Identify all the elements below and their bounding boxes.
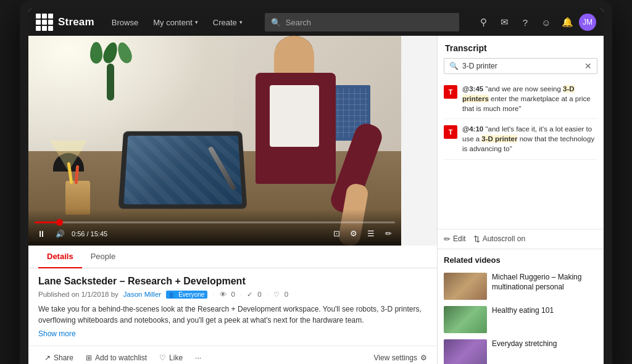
- topnav: Stream Browse My content ▾ Create ▾ 🔍: [28, 9, 604, 36]
- controls-row: ⏸ 🔊 0:56 / 15:45 ⊡ ⚙ ☰ ✏: [35, 227, 395, 241]
- feedback-icon[interactable]: ⚲: [474, 13, 493, 31]
- published-label: Published on 1/1/2018 by: [38, 291, 118, 298]
- video-meta: Published on 1/1/2018 by Jason Miller 👥 …: [38, 291, 427, 299]
- search-bar[interactable]: 🔍: [265, 13, 459, 31]
- progress-fill: [35, 221, 56, 223]
- like-icon: ♡: [159, 354, 166, 362]
- heart-count-icon: ♡: [273, 291, 280, 299]
- heart-count: 0: [285, 291, 288, 298]
- tab-details[interactable]: Details: [38, 246, 82, 268]
- audience-badge: 👥 Everyone: [166, 291, 207, 299]
- related-title-3: Everyday stretching: [492, 339, 597, 349]
- play-pause-button[interactable]: ⏸: [35, 227, 48, 241]
- video-player[interactable]: ⏸ 🔊 0:56 / 15:45 ⊡ ⚙ ☰ ✏: [28, 36, 401, 246]
- audience-icon: 👥: [169, 291, 177, 298]
- details-tabs: Details People: [28, 246, 437, 268]
- right-controls: ⊡ ⚙ ☰ ✏: [330, 227, 395, 241]
- search-icon: 🔍: [271, 18, 281, 27]
- left-panel: ⏸ 🔊 0:56 / 15:45 ⊡ ⚙ ☰ ✏: [28, 36, 437, 364]
- details-section: Details People Lane Sacksteder – Researc…: [28, 246, 437, 345]
- action-bar: ↗ Share ⊞ Add to watchlist ♡ Like ···: [28, 345, 437, 364]
- transcript-icon-1: T: [444, 85, 457, 99]
- related-thumb-1: [444, 273, 487, 300]
- related-title-2: Healthy eating 101: [492, 306, 597, 316]
- author-link[interactable]: Jason Miller: [123, 291, 161, 298]
- volume-button[interactable]: 🔊: [53, 227, 67, 241]
- chapters-button[interactable]: ☰: [364, 227, 378, 241]
- view-count: 0: [231, 291, 235, 298]
- nav-links: Browse My content ▾ Create ▾: [104, 9, 250, 36]
- transcript-text-2: @4:10 "and let's face it, it's a lot eas…: [462, 124, 597, 154]
- settings-button[interactable]: ⚙: [347, 227, 360, 241]
- tab-people[interactable]: People: [82, 246, 124, 268]
- video-controls: ⏸ 🔊 0:56 / 15:45 ⊡ ⚙ ☰ ✏: [28, 209, 401, 246]
- related-item-1[interactable]: Michael Ruggerio – Making multinational …: [444, 270, 597, 303]
- nav-create[interactable]: Create ▾: [206, 9, 250, 36]
- transcript-search-input[interactable]: [462, 62, 581, 70]
- waffle-menu[interactable]: [36, 14, 53, 31]
- video-description: We take you for a behind-the-scenes look…: [38, 304, 427, 326]
- related-info-1: Michael Ruggerio – Making multinational …: [492, 273, 597, 300]
- view-settings-icon: ⚙: [420, 354, 427, 362]
- progress-bar[interactable]: [35, 221, 395, 223]
- like-button[interactable]: ♡ Like: [153, 351, 189, 364]
- related-item-2[interactable]: Healthy eating 101: [444, 303, 597, 336]
- transcript-edit-button[interactable]: ✏ Edit: [444, 234, 466, 244]
- related-title-1: Michael Ruggerio – Making multinational …: [492, 273, 597, 292]
- related-section: Related videos Michael Ruggerio – Making…: [438, 249, 604, 364]
- transcript-search-clear[interactable]: ✕: [584, 61, 592, 71]
- watchlist-icon: ⊞: [86, 354, 92, 362]
- nav-browse[interactable]: Browse: [104, 9, 146, 36]
- help-icon[interactable]: ?: [516, 13, 534, 31]
- main-content: ⏸ 🔊 0:56 / 15:45 ⊡ ⚙ ☰ ✏: [28, 36, 604, 364]
- fullscreen-button[interactable]: ✏: [381, 227, 395, 241]
- more-button[interactable]: ···: [189, 351, 207, 364]
- related-info-2: Healthy eating 101: [492, 306, 597, 333]
- share-icon: ↗: [44, 354, 51, 362]
- search-input[interactable]: [286, 18, 453, 27]
- share-button[interactable]: ↗ Share: [38, 351, 80, 364]
- video-title: Lane Sacksteder – Research + Development: [38, 276, 427, 287]
- transcript-search-bar[interactable]: 🔍 ✕: [444, 58, 597, 74]
- like-count: 0: [257, 291, 261, 298]
- transcript-item[interactable]: T @4:10 "and let's face it, it's a lot e…: [444, 119, 597, 159]
- view-count-icon: 👁: [220, 291, 227, 298]
- transcript-autoscroll-button[interactable]: ⇅ Autoscroll on: [473, 234, 525, 244]
- watchlist-button[interactable]: ⊞ Add to watchlist: [80, 351, 153, 364]
- related-thumb-2: [444, 306, 487, 333]
- closed-captions-button[interactable]: ⊡: [330, 227, 343, 241]
- related-info-3: Everyday stretching: [492, 339, 597, 364]
- transcript-header: Transcript: [438, 36, 604, 58]
- like-count-icon: ✓: [247, 291, 252, 299]
- user-avatar[interactable]: JM: [579, 14, 596, 31]
- transcript-icon-2: T: [444, 125, 457, 139]
- related-item-3[interactable]: Everyday stretching: [444, 336, 597, 364]
- transcript-actions: ✏ Edit ⇅ Autoscroll on: [438, 229, 604, 249]
- transcript-item[interactable]: T @3:45 "and we are now seeing 3-D print…: [444, 79, 597, 119]
- chat-icon[interactable]: ✉: [495, 13, 514, 31]
- emoji-icon[interactable]: ☺: [537, 13, 555, 31]
- related-thumb-3: [444, 339, 487, 364]
- right-panel: Transcript 🔍 ✕ T @3:45 "and we are now s…: [437, 36, 604, 364]
- transcript-section: Transcript 🔍 ✕ T @3:45 "and we are now s…: [438, 36, 604, 249]
- transcript-text-1: @3:45 "and we are now seeing 3-D printer…: [462, 84, 597, 114]
- transcript-results: T @3:45 "and we are now seeing 3-D print…: [438, 79, 604, 229]
- autoscroll-icon: ⇅: [473, 234, 480, 244]
- details-content: Lane Sacksteder – Research + Development…: [28, 268, 437, 345]
- app-logo: Stream: [58, 16, 94, 28]
- view-settings-button[interactable]: View settings ⚙: [374, 354, 427, 362]
- bell-icon[interactable]: 🔔: [558, 13, 576, 31]
- show-more-button[interactable]: Show more: [38, 329, 427, 338]
- transcript-search-icon: 🔍: [449, 62, 459, 70]
- related-header: Related videos: [444, 255, 597, 265]
- nav-my-content[interactable]: My content ▾: [146, 9, 206, 36]
- progress-dot: [56, 219, 63, 226]
- time-display: 0:56 / 15:45: [72, 230, 107, 238]
- plant-decoration: [90, 42, 131, 101]
- nav-icons: ⚲ ✉ ? ☺ 🔔 JM: [474, 13, 596, 31]
- edit-icon: ✏: [444, 234, 451, 244]
